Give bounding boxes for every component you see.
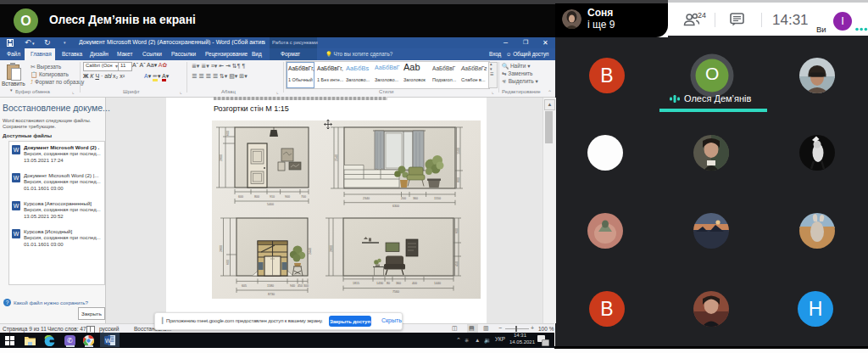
svg-text:360: 360 <box>413 197 418 200</box>
svg-text:W: W <box>105 338 111 344</box>
svg-text:910: 910 <box>270 195 275 199</box>
svg-text:5400: 5400 <box>267 203 274 206</box>
svg-text:600: 600 <box>226 260 230 265</box>
svg-text:1430: 1430 <box>376 282 383 285</box>
svg-text:450: 450 <box>298 284 303 288</box>
svg-text:200: 200 <box>401 197 406 200</box>
svg-text:1815: 1815 <box>353 282 359 285</box>
svg-text:2540: 2540 <box>335 154 338 161</box>
svg-text:2440: 2440 <box>309 248 312 255</box>
svg-text:600: 600 <box>226 131 230 136</box>
svg-text:600: 600 <box>238 195 243 199</box>
svg-text:8730: 8730 <box>268 293 275 296</box>
svg-text:800: 800 <box>254 195 259 199</box>
svg-text:450: 450 <box>455 261 459 266</box>
svg-text:600: 600 <box>455 228 459 233</box>
svg-text:700: 700 <box>301 195 306 199</box>
svg-text:605: 605 <box>242 284 247 288</box>
svg-text:400: 400 <box>412 282 417 285</box>
svg-text:360: 360 <box>396 282 401 285</box>
svg-text:300: 300 <box>303 284 309 288</box>
svg-text:80: 80 <box>387 282 390 285</box>
svg-text:2800: 2800 <box>220 245 223 252</box>
svg-text:800: 800 <box>457 177 460 182</box>
svg-text:1500: 1500 <box>457 148 460 154</box>
svg-text:2340: 2340 <box>363 197 370 200</box>
svg-text:2800: 2800 <box>220 154 223 161</box>
svg-text:1440: 1440 <box>434 282 441 285</box>
svg-text:1580: 1580 <box>267 284 274 288</box>
svg-text:7560: 7560 <box>392 290 399 294</box>
svg-text:1550: 1550 <box>434 197 441 200</box>
svg-text:6300: 6300 <box>392 205 399 208</box>
svg-text:940: 940 <box>290 284 295 288</box>
svg-text:2800: 2800 <box>330 245 333 252</box>
svg-text:900: 900 <box>285 195 290 199</box>
